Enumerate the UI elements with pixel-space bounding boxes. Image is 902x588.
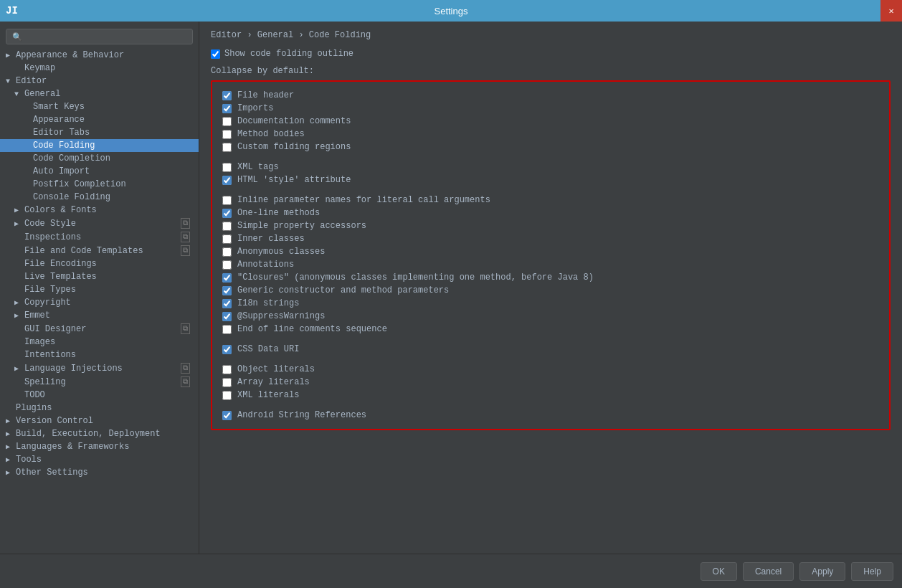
checkbox-file-header[interactable] [222, 91, 232, 100]
checkbox-label-object-literals: Object literals [237, 364, 315, 374]
checkbox-array-literals[interactable] [222, 378, 232, 387]
sidebar-item-live-templates[interactable]: Live Templates [0, 270, 199, 283]
sidebar-item-editor[interactable]: ▼Editor [0, 75, 199, 87]
apply-button[interactable]: Apply [799, 562, 845, 581]
checkbox-group-separator [222, 186, 879, 194]
show-outline-row: Show code folding outline [211, 49, 891, 59]
sidebar-item-label: Auto Import [33, 166, 90, 176]
copy-icon: ⧉ [181, 218, 190, 229]
sidebar-item-auto-import[interactable]: Auto Import [0, 165, 199, 178]
checkbox-xml-tags[interactable] [222, 163, 232, 172]
checkbox-android-string[interactable] [222, 411, 232, 420]
sidebar-item-build-execution[interactable]: ▶Build, Execution, Deployment [0, 427, 199, 440]
sidebar-item-appearance-behavior[interactable]: ▶Appearance & Behavior [0, 49, 199, 62]
sidebar-item-code-style[interactable]: ▶Code Style⧉ [0, 217, 199, 230]
arrow-icon: ▶ [14, 364, 22, 373]
sidebar-item-code-completion[interactable]: Code Completion [0, 152, 199, 165]
collapse-default-label: Collapse by default: [211, 66, 891, 76]
checkbox-end-of-line[interactable] [222, 325, 232, 334]
sidebar-item-console-folding[interactable]: Console Folding [0, 191, 199, 204]
checkbox-generic-constructor[interactable] [222, 286, 232, 295]
checkbox-anonymous-classes[interactable] [222, 247, 232, 257]
sidebar-item-todo[interactable]: TODO [0, 389, 199, 402]
checkbox-label-doc-comments: Documentation comments [237, 116, 351, 126]
checkbox-css-data-uri[interactable] [222, 345, 232, 354]
sidebar-item-keymap[interactable]: Keymap [0, 62, 199, 75]
checkbox-annotations[interactable] [222, 260, 232, 270]
checkbox-html-style[interactable] [222, 176, 232, 185]
checkbox-xml-literals[interactable] [222, 391, 232, 400]
checkbox-suppress-warnings[interactable] [222, 312, 232, 321]
sidebar-item-code-folding[interactable]: Code Folding [0, 139, 199, 152]
right-panel: Editor › General › Code Folding Show cod… [199, 22, 902, 554]
checkbox-row-css-data-uri: CSS Data URI [222, 343, 879, 356]
checkbox-inline-param[interactable] [222, 196, 232, 205]
sidebar-item-inspections[interactable]: Inspections⧉ [0, 230, 199, 244]
checkbox-object-literals[interactable] [222, 365, 232, 374]
sidebar-item-label: Intentions [24, 350, 76, 360]
checkbox-label-suppress-warnings: @SuppressWarnings [237, 311, 325, 321]
checkbox-imports[interactable] [222, 104, 232, 113]
sidebar-item-emmet[interactable]: ▶Emmet [0, 309, 199, 322]
search-box[interactable]: 🔍 [6, 29, 193, 44]
sidebar-item-colors-fonts[interactable]: ▶Colors & Fonts [0, 204, 199, 217]
sidebar-item-language-injections[interactable]: ▶Language Injections⧉ [0, 361, 199, 375]
help-button[interactable]: Help [851, 562, 893, 581]
sidebar-item-label: Postfix Completion [33, 179, 126, 189]
checkbox-one-line[interactable] [222, 209, 232, 218]
arrow-icon: ▶ [14, 206, 22, 214]
checkbox-custom-folding[interactable] [222, 143, 232, 152]
cancel-button[interactable]: Cancel [743, 562, 794, 581]
checkbox-simple-property[interactable] [222, 222, 232, 231]
ok-button[interactable]: OK [701, 562, 737, 581]
sidebar-item-file-types[interactable]: File Types [0, 283, 199, 296]
sidebar-item-gui-designer[interactable]: GUI Designer⧉ [0, 322, 199, 336]
sidebar-item-label: Build, Execution, Deployment [16, 429, 161, 439]
checkbox-row-annotations: Annotations [222, 258, 879, 271]
sidebar-item-smart-keys[interactable]: Smart Keys [0, 100, 199, 113]
sidebar-item-version-control[interactable]: ▶Version Control [0, 414, 199, 427]
checkbox-label-one-line: One-line methods [237, 208, 320, 218]
checkbox-label-css-data-uri: CSS Data URI [237, 344, 299, 354]
sidebar-item-label: Editor [16, 76, 47, 86]
checkbox-closures[interactable] [222, 273, 232, 283]
sidebar-item-other-settings[interactable]: ▶Other Settings [0, 466, 199, 479]
sidebar-item-spelling[interactable]: Spelling⧉ [0, 375, 199, 389]
search-input[interactable] [26, 32, 186, 42]
checkbox-row-file-header: File header [222, 89, 879, 102]
checkbox-row-array-literals: Array literals [222, 376, 879, 389]
checkbox-group-separator [222, 356, 879, 363]
checkbox-method-bodies[interactable] [222, 130, 232, 139]
checkbox-i18n[interactable] [222, 299, 232, 308]
checkbox-inner-classes[interactable] [222, 234, 232, 244]
sidebar-item-label: Languages & Frameworks [16, 442, 129, 452]
sidebar-item-label: Tools [16, 455, 42, 465]
sidebar-item-postfix-completion[interactable]: Postfix Completion [0, 178, 199, 191]
checkbox-doc-comments[interactable] [222, 117, 232, 126]
breadcrumb: Editor › General › Code Folding [211, 30, 891, 40]
sidebar-item-general[interactable]: ▼General [0, 87, 199, 100]
sidebar-item-file-encodings[interactable]: File Encodings [0, 257, 199, 270]
sidebar-item-label: Editor Tabs [33, 128, 90, 138]
sidebar-item-label: Version Control [16, 416, 93, 426]
sidebar-item-languages-frameworks[interactable]: ▶Languages & Frameworks [0, 440, 199, 453]
sidebar-item-plugins[interactable]: Plugins [0, 402, 199, 414]
titlebar: JI Settings ✕ [0, 0, 902, 22]
sidebar-item-file-code-templates[interactable]: File and Code Templates⧉ [0, 244, 199, 257]
sidebar-item-label: File Encodings [24, 259, 97, 269]
checkbox-label-xml-literals: XML literals [237, 390, 299, 400]
checkbox-label-file-header: File header [237, 90, 294, 100]
checkboxes-container: File headerImportsDocumentation comments… [222, 89, 879, 422]
sidebar-item-appearance[interactable]: Appearance [0, 113, 199, 126]
sidebar-item-label: Code Folding [33, 141, 95, 151]
sidebar-item-intentions[interactable]: Intentions [0, 348, 199, 361]
sidebar-item-editor-tabs[interactable]: Editor Tabs [0, 126, 199, 139]
copy-icon: ⧉ [181, 376, 190, 387]
show-outline-checkbox[interactable] [211, 49, 220, 59]
checkbox-group-separator [222, 153, 879, 161]
sidebar-item-copyright[interactable]: ▶Copyright [0, 296, 199, 309]
checkbox-row-object-literals: Object literals [222, 363, 879, 376]
close-button[interactable]: ✕ [880, 0, 902, 22]
sidebar-item-tools[interactable]: ▶Tools [0, 453, 199, 466]
sidebar-item-images[interactable]: Images [0, 336, 199, 348]
